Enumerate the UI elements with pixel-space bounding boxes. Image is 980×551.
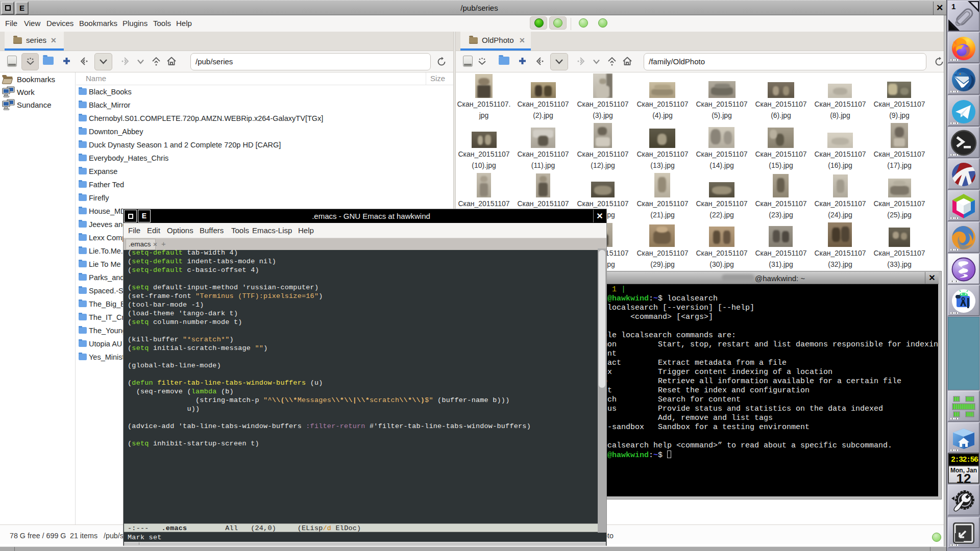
svg-text:1: 1 [951, 2, 955, 11]
